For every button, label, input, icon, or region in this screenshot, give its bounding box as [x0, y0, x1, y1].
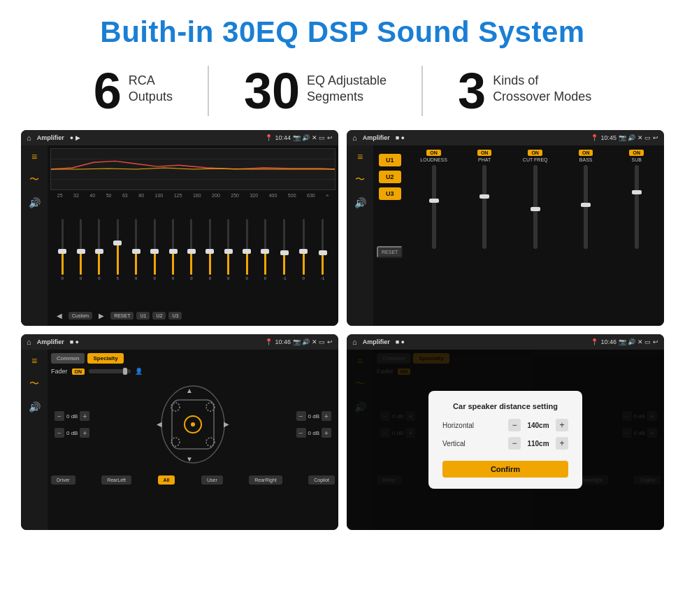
- eq-icon[interactable]: ≡: [31, 151, 37, 162]
- db-row-rl: − 0 dB +: [55, 428, 89, 438]
- u3-button-2[interactable]: U3: [379, 187, 401, 200]
- db-plus-rr[interactable]: +: [322, 428, 331, 438]
- reset-button-1[interactable]: RESET: [110, 312, 134, 320]
- home-icon-4: ⌂: [352, 338, 357, 346]
- vertical-minus[interactable]: −: [508, 437, 521, 450]
- horizontal-plus[interactable]: +: [556, 419, 568, 431]
- status-right-4: 📍 10:46 📷 🔊 ✕ ▭ ↩: [591, 338, 658, 345]
- rearright-button-3[interactable]: RearRight: [249, 475, 282, 485]
- eq-slider-8[interactable]: 0: [209, 219, 211, 289]
- app-name-3: Amplifier: [37, 338, 64, 345]
- horizontal-row: Horizontal − 140cm +: [442, 419, 568, 431]
- on-badge-sub: ON: [629, 150, 644, 156]
- eq-slider-4[interactable]: 0: [135, 219, 137, 289]
- wave-icon-2[interactable]: 〜: [355, 173, 365, 186]
- stat-text-rca: RCAOutputs: [129, 66, 173, 106]
- ch-slider-sub[interactable]: [635, 165, 639, 249]
- reset-button-2[interactable]: RESET: [377, 246, 403, 258]
- screenshots-grid: ⌂ Amplifier ● ▶ 📍 10:44 📷 🔊 ✕ ▭ ↩ ≡ 〜 🔊: [0, 130, 685, 544]
- ch-slider-phat[interactable]: [482, 165, 486, 249]
- user-button-3[interactable]: User: [201, 475, 223, 485]
- ch-name-bass: BASS: [579, 157, 593, 162]
- u2-button-1[interactable]: U2: [152, 312, 166, 320]
- db-plus-fl[interactable]: +: [80, 411, 89, 421]
- on-badge-cutfreq: ON: [528, 150, 542, 156]
- copilot-button-3[interactable]: Copilot: [308, 475, 335, 485]
- u1-button-1[interactable]: U1: [136, 312, 150, 320]
- status-bar-2: ⌂ Amplifier ■ ● 📍 10:45 📷 🔊 ✕ ▭ ↩: [347, 130, 664, 145]
- tab-specialty-3[interactable]: Specialty: [87, 353, 123, 364]
- speaker-icon-3[interactable]: 🔊: [29, 401, 41, 413]
- speaker-icon[interactable]: 🔊: [29, 197, 41, 208]
- screen1-content: ≡ 〜 🔊: [21, 145, 338, 326]
- stat-eq: 30 EQ AdjustableSegments: [208, 66, 423, 116]
- fader-tabs: Common Specialty: [51, 353, 335, 364]
- db-minus-rr[interactable]: −: [296, 428, 306, 438]
- icons-right-3: 📷 🔊 ✕ ▭ ↩: [293, 338, 333, 345]
- u1-button-2[interactable]: U1: [379, 154, 401, 166]
- gps-icon-3: 📍: [265, 338, 273, 345]
- eq-graph: [50, 148, 336, 190]
- stat-crossover: 3 Kinds ofCrossover Modes: [423, 66, 626, 116]
- side-panel-1: ≡ 〜 🔊: [21, 145, 48, 326]
- eq-slider-7[interactable]: 0: [190, 219, 192, 289]
- eq-slider-3[interactable]: 5: [117, 219, 119, 289]
- eq-icon-3[interactable]: ≡: [31, 355, 37, 366]
- prev-preset-button[interactable]: ◀: [53, 310, 66, 321]
- ch-slider-cutfreq[interactable]: [533, 165, 538, 249]
- eq-slider-13[interactable]: 0: [303, 219, 305, 289]
- tab-common-3[interactable]: Common: [51, 353, 85, 364]
- db-minus-fl[interactable]: −: [55, 411, 64, 421]
- fader-slider[interactable]: [89, 369, 131, 373]
- icons-right-2: 📷 🔊 ✕ ▭ ↩: [619, 134, 658, 141]
- stat-label-rca: RCAOutputs: [129, 73, 173, 106]
- rearleft-button-3[interactable]: RearLeft: [101, 475, 131, 485]
- driver-button-3[interactable]: Driver: [51, 475, 75, 485]
- vertical-label: Vertical: [442, 440, 491, 447]
- eq-icon-2[interactable]: ≡: [357, 151, 363, 162]
- eq-slider-5[interactable]: 0: [153, 219, 155, 289]
- u3-button-1[interactable]: U3: [168, 312, 182, 320]
- dots-2: ■ ●: [396, 134, 405, 141]
- all-button-3[interactable]: All: [158, 475, 175, 485]
- svg-point-6: [191, 422, 195, 427]
- person-icon: 👤: [135, 368, 143, 375]
- db-minus-fr[interactable]: −: [296, 411, 306, 421]
- eq-slider-9[interactable]: 0: [227, 219, 229, 289]
- status-bar-3: ⌂ Amplifier ■ ● 📍 10:46 📷 🔊 ✕ ▭ ↩: [21, 334, 338, 350]
- db-minus-rl[interactable]: −: [55, 428, 64, 438]
- wave-icon[interactable]: 〜: [29, 173, 39, 186]
- db-plus-fr[interactable]: +: [322, 411, 331, 421]
- eq-slider-6[interactable]: 0: [172, 219, 174, 289]
- preset-custom-button[interactable]: Custom: [68, 312, 92, 320]
- eq-slider-14[interactable]: -1: [321, 219, 324, 289]
- ch-slider-loudness[interactable]: [432, 165, 436, 249]
- stats-row: 6 RCAOutputs 30 EQ AdjustableSegments 3 …: [0, 59, 685, 130]
- status-right-3: 📍 10:46 📷 🔊 ✕ ▭ ↩: [265, 338, 333, 345]
- eq-slider-1[interactable]: 0: [80, 219, 82, 289]
- svg-text:▼: ▼: [186, 455, 193, 463]
- eq-slider-0[interactable]: 0: [62, 219, 64, 289]
- horizontal-minus[interactable]: −: [508, 419, 521, 431]
- next-preset-button[interactable]: ▶: [95, 310, 108, 321]
- screen-fader: ⌂ Amplifier ■ ● 📍 10:46 📷 🔊 ✕ ▭ ↩ ≡ 〜 🔊 …: [21, 334, 338, 530]
- ch-slider-bass[interactable]: [584, 165, 588, 249]
- stat-label-eq: EQ AdjustableSegments: [307, 73, 387, 106]
- eq-slider-12[interactable]: -1: [282, 219, 286, 289]
- screen-crossover: ⌂ Amplifier ■ ● 📍 10:45 📷 🔊 ✕ ▭ ↩ ≡ 〜 🔊 …: [347, 130, 664, 326]
- on-badge-bass: ON: [579, 150, 593, 156]
- eq-slider-11[interactable]: 0: [264, 219, 266, 289]
- u2-button-2[interactable]: U2: [379, 171, 401, 183]
- confirm-button[interactable]: Confirm: [442, 461, 568, 478]
- eq-bottom-bar: ◀ Custom ▶ RESET U1 U2 U3: [50, 308, 336, 323]
- stat-label-crossover: Kinds ofCrossover Modes: [493, 73, 591, 106]
- db-row-fl: − 0 dB +: [55, 411, 89, 421]
- vertical-plus[interactable]: +: [556, 437, 568, 450]
- db-plus-rl[interactable]: +: [80, 428, 89, 438]
- eq-slider-2[interactable]: 0: [98, 219, 100, 289]
- vertical-row: Vertical − 110cm +: [442, 437, 568, 450]
- eq-slider-10[interactable]: 0: [245, 219, 247, 289]
- wave-icon-3[interactable]: 〜: [29, 378, 39, 390]
- speaker-icon-2[interactable]: 🔊: [354, 197, 366, 208]
- status-right-1: 📍 10:44 📷 🔊 ✕ ▭ ↩: [265, 134, 333, 141]
